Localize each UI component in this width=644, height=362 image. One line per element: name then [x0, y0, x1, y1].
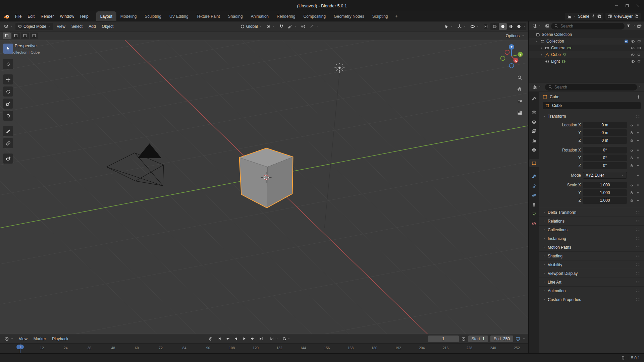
tool-measure[interactable]	[3, 138, 13, 148]
expand-right-icon[interactable]	[539, 47, 543, 50]
menu-render[interactable]: Render	[38, 11, 57, 21]
expand-right-icon[interactable]	[539, 53, 543, 56]
add-workspace-button[interactable]: +	[392, 11, 401, 21]
animate-dot-icon[interactable]	[636, 132, 640, 133]
tool-transform[interactable]	[3, 111, 13, 121]
animate-dot-icon[interactable]	[636, 157, 640, 159]
workspace-tab-rendering[interactable]: Rendering	[273, 11, 299, 21]
new-viewlayer-icon[interactable]	[634, 14, 639, 18]
timeline-menu-playback[interactable]: Playback	[49, 337, 71, 341]
animate-dot-icon[interactable]	[636, 149, 640, 151]
expand-down-icon[interactable]	[535, 40, 539, 43]
viewlayer-selector[interactable]: ViewLayer	[605, 13, 641, 20]
tool-select-box[interactable]	[3, 44, 13, 54]
shading-wireframe-button[interactable]	[491, 23, 499, 30]
value-field-location-x[interactable]: 0 m	[583, 122, 627, 128]
properties-tab-physics[interactable]	[529, 191, 539, 199]
pin-scene-icon[interactable]	[591, 14, 595, 18]
properties-tab-particles[interactable]	[529, 182, 539, 190]
shading-material-button[interactable]	[507, 23, 515, 30]
panel-grip-icon[interactable]	[636, 246, 641, 249]
viewport-canvas[interactable]	[0, 40, 528, 334]
lock-open-icon[interactable]	[629, 191, 634, 195]
outliner-row-cube[interactable]: Cube	[529, 51, 644, 58]
workspace-tab-sculpting[interactable]: Sculpting	[141, 11, 165, 21]
camera-icon[interactable]	[637, 39, 641, 43]
proportional-toggle[interactable]	[299, 23, 307, 29]
show-object-types-dropdown[interactable]	[442, 23, 455, 29]
tool-scale[interactable]	[3, 99, 13, 109]
play-button[interactable]	[240, 335, 248, 343]
value-field-scale-y[interactable]: 1.000	[583, 189, 627, 196]
select-mode-subtract[interactable]	[21, 33, 29, 39]
close-icon[interactable]	[636, 4, 640, 8]
panel-relations[interactable]: Relations	[539, 217, 644, 225]
panel-shading[interactable]: Shading	[539, 251, 644, 260]
3d-viewport[interactable]: User Perspective (1) Collection | Cube Z…	[0, 40, 528, 334]
panel-line-art[interactable]: Line Art	[539, 278, 644, 286]
play-reverse-button[interactable]	[232, 335, 240, 343]
animate-dot-icon[interactable]	[636, 140, 640, 141]
frame-start-field[interactable]: Start 1	[468, 336, 488, 342]
panel-motion-paths[interactable]: Motion Paths	[539, 243, 644, 251]
chevron-down-icon[interactable]	[632, 24, 635, 27]
properties-search-input[interactable]: Search	[545, 84, 637, 90]
value-field-rotation-y[interactable]: 0°	[583, 155, 627, 161]
properties-tab-constraints[interactable]	[529, 200, 539, 209]
chevron-down-icon[interactable]	[639, 85, 642, 88]
workspace-tab-layout[interactable]: Layout	[96, 11, 116, 21]
preview-range-dropdown[interactable]	[268, 336, 280, 342]
panel-visibility[interactable]: Visibility	[539, 260, 644, 269]
panel-custom-properties[interactable]: Custom Properties	[539, 295, 644, 304]
sync-dropdown[interactable]	[280, 336, 292, 342]
viewport-menu-view[interactable]: View	[54, 24, 68, 29]
timeline-menu-marker[interactable]: Marker	[31, 337, 49, 341]
axis-ball-neg-y[interactable]	[501, 56, 505, 61]
previous-keyframe-button[interactable]	[224, 335, 231, 343]
properties-tab-object[interactable]	[529, 159, 539, 167]
workspace-tab-scripting[interactable]: Scripting	[368, 11, 392, 21]
animate-dot-icon[interactable]	[636, 165, 640, 166]
outliner-row-camera[interactable]: Camera	[529, 45, 644, 51]
panel-grip-icon[interactable]	[636, 254, 641, 257]
lock-open-icon[interactable]	[629, 164, 634, 168]
lock-open-icon[interactable]	[629, 183, 634, 187]
properties-tab-render[interactable]	[529, 108, 539, 116]
transform-panel-header[interactable]: Transform	[539, 112, 644, 120]
camera-icon[interactable]	[637, 59, 641, 63]
animate-dot-icon[interactable]	[636, 175, 640, 176]
panel-delta-transform[interactable]: Delta Transform	[539, 208, 644, 217]
panel-grip-icon[interactable]	[636, 281, 641, 284]
chevron-down-icon[interactable]	[523, 25, 526, 28]
jump-to-start-button[interactable]	[215, 335, 223, 343]
tool-add-cube[interactable]	[3, 154, 13, 164]
playback-display-icon[interactable]	[516, 337, 520, 341]
camera-icon[interactable]	[637, 53, 641, 57]
use-preview-range-icon[interactable]	[461, 337, 466, 341]
select-mode-extend[interactable]	[12, 33, 20, 39]
properties-tab-output[interactable]	[529, 117, 539, 126]
axis-ball-neg-x[interactable]	[505, 50, 509, 55]
tool-cursor[interactable]	[3, 59, 13, 69]
value-field-location-z[interactable]: 0 m	[583, 137, 627, 144]
outliner-row-collection[interactable]: Collection	[529, 38, 644, 45]
workspace-tab-animation[interactable]: Animation	[247, 11, 273, 21]
outliner-row-light[interactable]: Light	[529, 58, 644, 65]
animate-dot-icon[interactable]	[636, 200, 640, 201]
outliner-editor-type-button[interactable]	[531, 23, 543, 29]
shading-rendered-button[interactable]	[515, 23, 523, 30]
current-frame-field[interactable]: 1	[428, 336, 459, 342]
panel-grip-icon[interactable]	[636, 272, 641, 275]
panel-instancing[interactable]: Instancing	[539, 234, 644, 243]
expand-right-icon[interactable]	[539, 60, 543, 63]
select-mode-set[interactable]	[3, 33, 11, 39]
workspace-tab-shading[interactable]: Shading	[224, 11, 247, 21]
value-field-location-y[interactable]: 0 m	[583, 129, 627, 136]
pan-hand-icon[interactable]	[516, 85, 523, 93]
next-keyframe-button[interactable]	[249, 335, 257, 343]
animate-dot-icon[interactable]	[636, 192, 640, 193]
menu-file[interactable]: File	[12, 11, 24, 21]
properties-tab-object-data[interactable]	[529, 210, 539, 218]
current-frame-indicator[interactable]: 1	[16, 345, 24, 349]
snap-dropdown[interactable]	[286, 23, 299, 29]
